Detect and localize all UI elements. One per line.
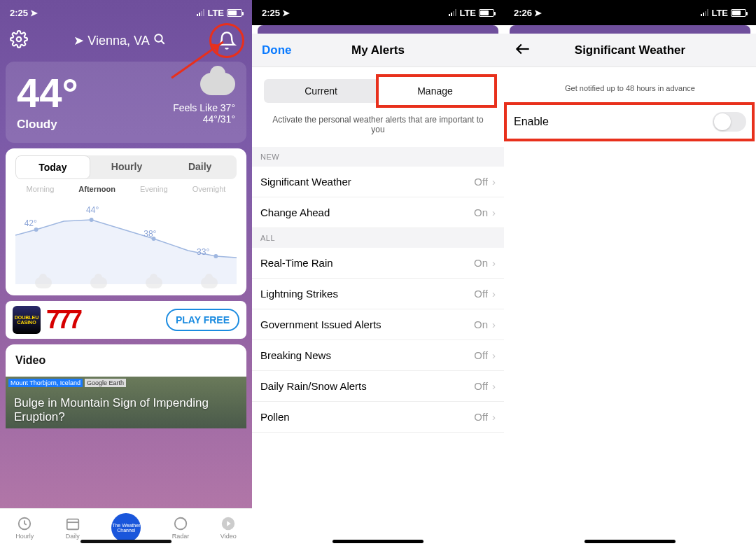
chevron-right-icon: › xyxy=(492,288,496,300)
chart-temp-1: 42° xyxy=(24,218,37,228)
alert-row[interactable]: Government Issued AlertsOn› xyxy=(252,309,504,340)
background-peek xyxy=(258,25,498,34)
forecast-card: Today Hourly Daily Morning Afternoon Eve… xyxy=(6,148,246,295)
clock-icon xyxy=(17,516,32,531)
daypart-overnight: Overnight xyxy=(192,185,226,193)
forecast-icon xyxy=(201,277,218,288)
cloud-icon xyxy=(200,73,235,95)
alert-value: Off xyxy=(474,380,488,392)
feels-like: Feels Like 37° xyxy=(173,102,235,113)
svg-line-2 xyxy=(161,41,164,44)
status-bar: 2:25 ➤ LTE xyxy=(252,0,504,25)
signal-icon xyxy=(701,9,708,16)
modal-header: Significant Weather xyxy=(504,34,756,67)
alert-value: On xyxy=(474,206,488,218)
chevron-right-icon: › xyxy=(492,257,496,269)
status-bar: 2:26 ➤ LTE xyxy=(504,0,756,25)
svg-point-6 xyxy=(214,254,218,258)
alert-label: Lightning Strikes xyxy=(260,288,338,300)
status-time: 2:25 xyxy=(262,8,280,18)
alert-value: On xyxy=(474,257,488,269)
segment-current[interactable]: Current xyxy=(264,79,378,103)
calendar-icon xyxy=(65,516,80,531)
back-button[interactable] xyxy=(514,40,532,61)
alert-row[interactable]: Significant WeatherOff› xyxy=(252,167,504,197)
alert-label: Significant Weather xyxy=(260,176,351,188)
tab-hourly-bottom[interactable]: Hourly xyxy=(15,516,34,540)
tab-home[interactable]: The Weather Channel xyxy=(111,513,141,542)
done-button[interactable]: Done xyxy=(262,43,292,57)
daypart-morning: Morning xyxy=(27,185,55,193)
alert-value: Off xyxy=(474,349,488,361)
back-arrow-icon xyxy=(514,40,532,58)
alert-row[interactable]: PollenOff› xyxy=(252,402,504,433)
settings-button[interactable] xyxy=(10,30,28,51)
tab-daily-bottom[interactable]: Daily xyxy=(65,516,80,540)
alerts-button[interactable] xyxy=(211,25,242,56)
page-title: Significant Weather xyxy=(504,43,756,57)
location-arrow-icon: ➤ xyxy=(74,33,84,48)
alert-label: Daily Rain/Snow Alerts xyxy=(260,380,367,392)
ad-banner[interactable]: DOUBLEU CASINO 777 PLAY FREE xyxy=(6,301,246,339)
enable-label: Enable xyxy=(514,115,549,128)
status-time: 2:25 xyxy=(10,8,28,18)
daypart-afternoon: Afternoon xyxy=(78,185,115,193)
alert-value: On xyxy=(474,318,488,330)
gear-icon xyxy=(10,30,28,48)
tab-radar[interactable]: Radar xyxy=(172,516,190,540)
alert-label: Pollen xyxy=(260,411,290,423)
tab-hourly[interactable]: Hourly xyxy=(90,155,164,179)
modal-header: Done My Alerts xyxy=(252,34,504,67)
video-card[interactable]: Video Mount Thorbjorn, IcelandGoogle Ear… xyxy=(6,344,246,428)
video-title: Bulge in Mountain Sign of Impending Erup… xyxy=(14,396,238,424)
svg-point-1 xyxy=(155,34,162,42)
video-thumbnail[interactable]: Mount Thorbjorn, IcelandGoogle Earth Bul… xyxy=(6,377,246,428)
forecast-icon xyxy=(90,277,107,288)
location-services-icon: ➤ xyxy=(30,8,38,18)
home-indicator[interactable] xyxy=(80,540,172,543)
status-time: 2:26 xyxy=(514,8,532,18)
alert-row[interactable]: Lightning StrikesOff› xyxy=(252,279,504,309)
current-conditions-card: 44° Cloudy Feels Like 37° 44°/31° xyxy=(6,62,246,143)
chevron-right-icon: › xyxy=(492,318,496,330)
alert-row[interactable]: Real-Time RainOn› xyxy=(252,248,504,279)
dayparts: Morning Afternoon Evening Overnight xyxy=(14,185,238,193)
condition-text: Cloudy xyxy=(17,118,78,132)
network-label: LTE xyxy=(207,8,224,18)
battery-icon xyxy=(479,9,494,17)
forecast-icon xyxy=(146,277,162,288)
signal-icon xyxy=(197,9,204,16)
alert-row[interactable]: Daily Rain/Snow AlertsOff› xyxy=(252,371,504,402)
signal-icon xyxy=(449,9,456,16)
enable-toggle[interactable] xyxy=(713,112,746,132)
tab-daily[interactable]: Daily xyxy=(163,155,237,179)
segment-manage[interactable]: Manage xyxy=(378,79,492,103)
alert-label: Change Ahead xyxy=(260,206,330,218)
location-name: Vienna, VA xyxy=(88,34,149,48)
battery-icon xyxy=(227,9,242,17)
alerts-segment: Current Manage xyxy=(263,78,493,104)
location-services-icon: ➤ xyxy=(282,8,290,18)
play-free-button[interactable]: PLAY FREE xyxy=(166,309,239,331)
temperature-chart: 42° 44° 38° 33° xyxy=(15,200,237,284)
location-button[interactable]: ➤ Vienna, VA xyxy=(74,33,165,49)
home-indicator[interactable] xyxy=(584,540,676,543)
tab-video[interactable]: Video xyxy=(220,516,237,540)
chevron-right-icon: › xyxy=(492,176,496,188)
svg-point-0 xyxy=(17,37,22,42)
forecast-icon xyxy=(35,277,52,288)
chart-temp-3: 38° xyxy=(144,229,156,239)
chevron-right-icon: › xyxy=(492,206,496,218)
chart-temp-2: 44° xyxy=(86,205,99,215)
alert-label: Real-Time Rain xyxy=(260,257,333,269)
search-icon xyxy=(153,33,166,49)
home-indicator[interactable] xyxy=(332,540,424,543)
svg-rect-8 xyxy=(67,519,79,529)
chevron-right-icon: › xyxy=(492,349,496,361)
helper-text: Activate the personal weather alerts tha… xyxy=(252,115,504,147)
alert-row[interactable]: Breaking NewsOff› xyxy=(252,340,504,371)
alert-row[interactable]: Change AheadOn› xyxy=(252,197,504,228)
alert-label: Government Issued Alerts xyxy=(260,318,382,330)
alert-label: Breaking News xyxy=(260,349,331,361)
tab-today[interactable]: Today xyxy=(15,155,90,179)
